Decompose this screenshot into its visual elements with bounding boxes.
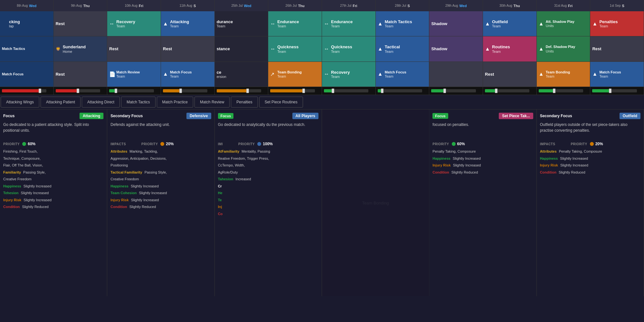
progress-bar-7[interactable] — [324, 89, 368, 92]
cal-r3c5[interactable]: ce ersion — [215, 62, 269, 87]
cal-r2c4[interactable]: Rest — [161, 36, 215, 61]
tab-match-tactics[interactable]: Match Tactics — [121, 97, 155, 108]
cal-r2c3[interactable]: Rest — [107, 36, 161, 61]
cal-r2c5[interactable]: stance — [215, 36, 269, 61]
progress-handle-11[interactable] — [553, 89, 555, 93]
tab-attacking-wings[interactable]: Attacking Wings — [1, 97, 39, 108]
cal-r1c7[interactable]: ↔ Endurance Team — [322, 11, 376, 36]
priority-value-5: 60% — [457, 142, 465, 146]
tab-penalties[interactable]: Penalties — [231, 97, 258, 108]
progress-cell-7[interactable] — [322, 87, 376, 95]
cal-r1c12[interactable]: ▲ Penalties Team — [590, 11, 644, 36]
tab-set-piece-routines[interactable]: Set Piece Routines — [259, 97, 303, 108]
tab-match-review[interactable]: Match Review — [194, 97, 230, 108]
cal-r2c6[interactable]: ↔ Quickness Team — [268, 36, 322, 61]
cal-r3c9[interactable] — [429, 62, 483, 87]
cal-r1c6[interactable]: ↔ Endurance Team — [268, 11, 322, 36]
cal-r2c11[interactable]: ▲ Def. Shadow Play Units — [537, 36, 591, 61]
cal-r2c2[interactable]: 🦁 Sunderland Home — [54, 36, 108, 61]
progress-handle-10[interactable] — [495, 89, 497, 93]
cal-r1c3[interactable]: ↔ Recovery Team — [107, 11, 161, 36]
cal-r1c4[interactable]: ▲ Attacking Team — [161, 11, 215, 36]
progress-bar-9[interactable] — [431, 89, 476, 92]
cal-r1c10[interactable]: ▲ Outfield Team — [483, 11, 537, 36]
cal-r2c7[interactable]: ↔ Quickness Team — [322, 36, 376, 61]
progress-handle-7[interactable] — [332, 89, 334, 93]
progress-bar-2[interactable] — [56, 89, 100, 92]
routines-icon: ▲ — [485, 46, 490, 52]
progress-bar-12[interactable] — [592, 89, 637, 92]
progress-handle-9[interactable] — [443, 89, 446, 93]
cal-r3c12[interactable]: ▲ Match Focus Team — [590, 62, 644, 87]
progress-cell-2[interactable] — [54, 87, 108, 95]
date-dow-9: 29th Aug — [445, 4, 458, 7]
focus-badge-1[interactable]: Attacking — [80, 113, 104, 119]
progress-handle-2[interactable] — [77, 89, 79, 93]
progress-cell-4[interactable] — [161, 87, 215, 95]
impact-row: Happiness Slightly Increased — [110, 184, 211, 189]
progress-handle-3[interactable] — [115, 89, 117, 93]
cal-r1c8[interactable]: ▲ Match Tactics Team — [376, 11, 430, 36]
progress-bar-4[interactable] — [163, 89, 207, 92]
progress-fill-9 — [431, 89, 444, 92]
progress-cell-12[interactable] — [590, 87, 644, 95]
progress-cell-8[interactable] — [376, 87, 430, 95]
focus-badge-3[interactable]: Focus — [218, 113, 233, 119]
cal-r2c12[interactable]: Rest — [590, 36, 644, 61]
cal-r3c10[interactable]: Rest — [483, 62, 537, 87]
focus-badge-5[interactable]: Focus — [432, 113, 448, 119]
progress-cell-3[interactable] — [107, 87, 161, 95]
cal-r1c2[interactable]: Rest — [54, 11, 108, 36]
cal-r3c11[interactable]: ▲ Team Bonding Team — [537, 62, 591, 87]
progress-cell-6[interactable] — [268, 87, 322, 95]
progress-bar-11[interactable] — [539, 89, 583, 92]
progress-bar-5[interactable] — [217, 89, 261, 92]
progress-handle-12[interactable] — [609, 89, 611, 93]
secondary-focus-badge-6[interactable]: Outfield — [620, 113, 640, 119]
cal-r3c4[interactable]: ▲ Match Focus Team — [161, 62, 215, 87]
cal-r1c11[interactable]: ▲ Att. Shadow Play Units — [537, 11, 591, 36]
impact-row: Technique, Composure, — [3, 156, 104, 161]
cal-r2c1[interactable]: Match Tactics — [0, 36, 54, 61]
progress-cell-10[interactable] — [483, 87, 537, 95]
cal-r2c9[interactable]: Shadow — [429, 36, 483, 61]
progress-handle-6[interactable] — [302, 89, 305, 93]
progress-handle-4[interactable] — [179, 89, 182, 93]
cal-r1c1[interactable]: cking lap — [0, 11, 54, 36]
progress-bar-10[interactable] — [485, 89, 529, 92]
priority-value-1: 60% — [28, 142, 35, 146]
secondary-badge-3[interactable]: All Players — [292, 113, 318, 119]
progress-cell-5[interactable] — [215, 87, 269, 95]
cal-r1c9[interactable]: Shadow — [429, 11, 483, 36]
cal-r3c6[interactable]: ↗ Team Bonding Team — [268, 62, 322, 87]
impact-row: He — [218, 190, 318, 196]
progress-handle-5[interactable] — [246, 89, 249, 93]
progress-bar-1[interactable] — [2, 89, 46, 92]
cal-r3c3[interactable]: 📄 Match Review Team — [107, 62, 161, 87]
priority-dot-1 — [22, 142, 26, 146]
secondary-focus-badge-2[interactable]: Defensive — [186, 113, 211, 119]
progress-handle-8[interactable] — [381, 89, 384, 93]
date-day-11: Fri — [568, 4, 573, 8]
tab-match-practice[interactable]: Match Practice — [157, 97, 193, 108]
progress-cell-11[interactable] — [537, 87, 591, 95]
cal-r3c1[interactable]: Match Focus — [0, 62, 54, 87]
cal-r2c8[interactable]: ▲ Tactical Team — [376, 36, 430, 61]
date-day-3: Fri — [139, 4, 143, 8]
progress-handle-1[interactable] — [39, 89, 41, 93]
cal-r3c2[interactable]: Rest — [54, 62, 108, 87]
cal-r1c5[interactable]: durance Team — [215, 11, 269, 36]
cal-r2c10[interactable]: ▲ Routines Team — [483, 36, 537, 61]
setpiece-badge-5[interactable]: Set Piece Tak... — [499, 113, 533, 119]
cal-r3c7[interactable]: ↔ Recovery Team — [322, 62, 376, 87]
progress-cell-9[interactable] — [429, 87, 483, 95]
date-day-9: Wed — [459, 4, 467, 8]
matchfocus2-icon: ▲ — [378, 71, 383, 77]
progress-bar-3[interactable] — [109, 89, 154, 92]
progress-bar-8[interactable] — [378, 89, 422, 92]
tab-attacking-patient[interactable]: Attacking Patient — [41, 97, 80, 108]
progress-cell-1[interactable] — [0, 87, 54, 95]
progress-bar-6[interactable] — [270, 89, 315, 92]
cal-r3c8[interactable]: ▲ Match Focus Team — [376, 62, 430, 87]
tab-attacking-direct[interactable]: Attacking Direct — [82, 97, 120, 108]
